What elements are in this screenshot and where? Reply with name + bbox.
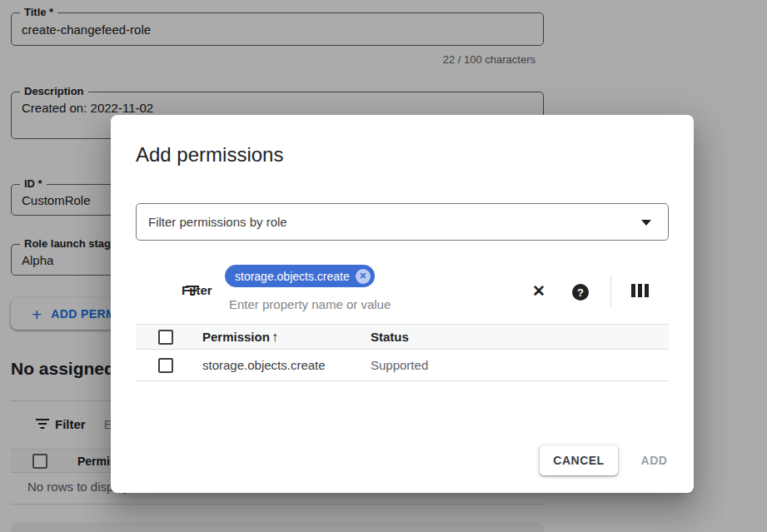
status-cell: Supported <box>371 358 428 372</box>
filter-chip-label: storage.objects.create <box>235 270 350 283</box>
add-button[interactable]: ADD <box>635 445 673 475</box>
dialog-filter-input[interactable]: Enter property name or value <box>229 297 391 311</box>
dialog-title: Add permissions <box>136 143 283 167</box>
help-icon: ? <box>572 284 589 301</box>
add-permissions-dialog: Add permissions Filter permissions by ro… <box>111 115 694 493</box>
filter-chip[interactable]: storage.objects.create ✕ <box>225 265 375 287</box>
permission-cell: storage.objects.create <box>202 358 326 372</box>
role-filter-dropdown[interactable]: Filter permissions by role <box>136 203 669 241</box>
chip-remove-icon[interactable]: ✕ <box>356 269 371 284</box>
arrow-drop-down-icon <box>641 220 651 226</box>
cancel-button[interactable]: CANCEL <box>540 445 618 475</box>
columns-icon <box>631 284 635 297</box>
permission-table-row[interactable]: storage.objects.create Supported <box>136 350 669 381</box>
dialog-select-all-checkbox[interactable] <box>158 330 173 345</box>
permission-column-header[interactable]: Permission <box>202 330 270 344</box>
toolbar-divider <box>610 275 611 306</box>
dialog-filter-label: Filter <box>182 283 212 297</box>
dialog-permissions-table: Permission ↑ Status storage.objects.crea… <box>136 324 669 381</box>
filter-help-button[interactable]: ? <box>570 282 590 302</box>
sort-ascending-icon: ↑ <box>271 330 278 345</box>
dialog-table-header-row: Permission ↑ Status <box>136 324 669 350</box>
status-column-header[interactable]: Status <box>371 330 409 344</box>
row-checkbox[interactable] <box>158 358 173 373</box>
clear-filters-button[interactable]: ✕ <box>529 281 549 301</box>
column-display-options-button[interactable] <box>630 284 649 297</box>
close-icon: ✕ <box>532 281 545 301</box>
screen: Title * create-changefeed-role 22 / 100 … <box>0 0 767 532</box>
role-filter-placeholder: Filter permissions by role <box>137 215 287 229</box>
